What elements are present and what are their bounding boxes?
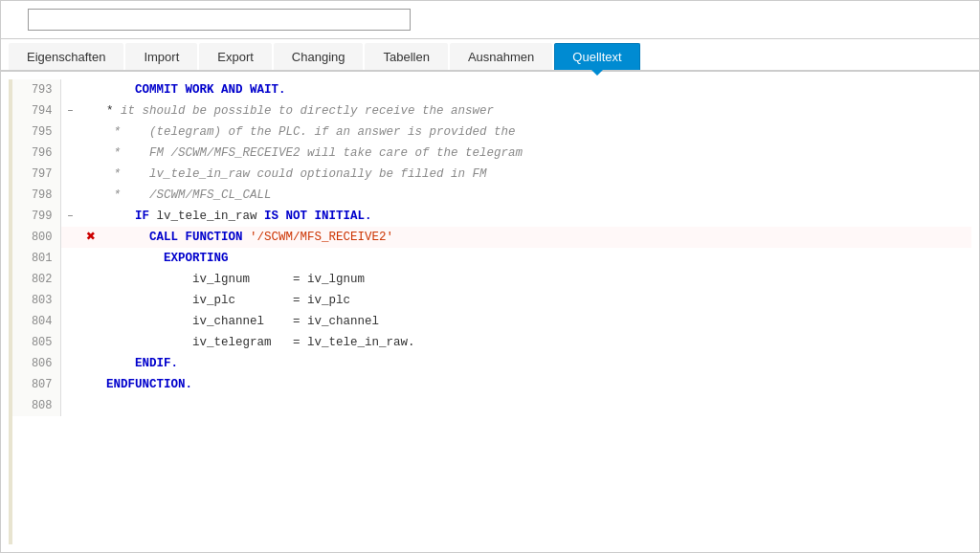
tab-tabellen[interactable]: Tabellen (365, 43, 447, 70)
error-indicator: ✖ (79, 227, 102, 248)
error-indicator (79, 374, 102, 395)
code-line: IF lv_tele_in_raw IS NOT INITIAL. (102, 206, 971, 227)
table-row: 803 iv_plc = iv_plc (12, 290, 971, 311)
table-row: 799− IF lv_tele_in_raw IS NOT INITIAL. (12, 206, 971, 227)
code-text (106, 315, 192, 328)
line-number: 803 (12, 290, 60, 311)
fold-icon (60, 269, 79, 290)
error-indicator (79, 206, 102, 227)
comment: * (telegram) of the PLC. if an answer is… (106, 125, 516, 139)
line-number: 800 (12, 227, 60, 248)
code-line: iv_channel = iv_channel (102, 311, 971, 332)
tab-changing[interactable]: Changing (274, 43, 364, 70)
line-number: 805 (12, 332, 60, 353)
keyword: EXPORTING (164, 252, 229, 265)
code-line: iv_plc = iv_plc (102, 290, 971, 311)
code-text: iv_plc = iv_plc (192, 294, 350, 307)
error-indicator (79, 79, 102, 100)
error-indicator (79, 164, 102, 185)
tab-import[interactable]: Import (125, 43, 197, 70)
code-line: * it should be possible to directly rece… (102, 100, 971, 122)
code-text (106, 294, 192, 307)
keyword: COMMIT WORK AND WAIT. (135, 83, 286, 97)
comment: * FM /SCWM/MFS_RECEIVE2 will take care o… (106, 146, 523, 160)
comment: it should be possible to directly receiv… (121, 104, 494, 118)
error-indicator (79, 248, 102, 269)
fold-icon (60, 185, 79, 206)
comment: * lv_tele_in_raw could optionally be fil… (106, 167, 487, 181)
fold-icon[interactable]: − (60, 100, 79, 122)
code-line: ENDIF. (102, 353, 971, 374)
code-text: iv_channel = iv_channel (192, 315, 379, 328)
table-row: 800✖ CALL FUNCTION '/SCWM/MFS_RECEIVE2' (12, 227, 971, 248)
tabs-bar: EigenschaftenImportExportChangingTabelle… (1, 39, 979, 72)
error-indicator (79, 122, 102, 143)
code-line: CALL FUNCTION '/SCWM/MFS_RECEIVE2' (102, 227, 971, 248)
table-row: 806 ENDIF. (12, 353, 971, 374)
error-indicator (79, 269, 102, 290)
fold-icon (60, 332, 79, 353)
line-number: 793 (12, 79, 60, 100)
code-text (106, 210, 135, 223)
tab-export[interactable]: Export (199, 43, 272, 70)
table-row: 807ENDFUNCTION. (12, 374, 971, 395)
table-row: 805 iv_telegram = lv_tele_in_raw. (12, 332, 971, 353)
line-number: 796 (12, 143, 60, 164)
code-text (106, 357, 135, 370)
fold-icon (60, 395, 79, 416)
table-row: 793 COMMIT WORK AND WAIT. (12, 79, 971, 100)
keyword: CALL FUNCTION (149, 231, 243, 244)
comment: * /SCWM/MFS_CL_CALL (106, 188, 272, 202)
line-number: 799 (12, 206, 60, 227)
error-indicator (79, 332, 102, 353)
fold-icon (60, 311, 79, 332)
fold-icon (60, 353, 79, 374)
code-line: * lv_tele_in_raw could optionally be fil… (102, 164, 971, 185)
code-line: EXPORTING (102, 248, 971, 269)
error-indicator (79, 143, 102, 164)
code-text (106, 83, 135, 97)
table-row: 794−* it should be possible to directly … (12, 100, 971, 122)
line-number: 801 (12, 248, 60, 269)
fold-icon (60, 374, 79, 395)
code-text: iv_lgnum = iv_lgnum (192, 273, 365, 286)
line-number: 806 (12, 353, 60, 374)
code-line: * /SCWM/MFS_CL_CALL (102, 185, 971, 206)
code-area[interactable]: 793 COMMIT WORK AND WAIT.794−* it should… (9, 79, 971, 544)
code-text: iv_telegram = lv_tele_in_raw. (192, 336, 415, 349)
tab-quelltext[interactable]: Quelltext (554, 43, 639, 70)
code-text (106, 231, 149, 244)
fold-icon (60, 248, 79, 269)
header (1, 1, 979, 39)
code-text: * (106, 104, 121, 118)
table-row: 795 * (telegram) of the PLC. if an answe… (12, 122, 971, 143)
code-line: COMMIT WORK AND WAIT. (102, 79, 971, 100)
line-number: 797 (12, 164, 60, 185)
code-line: * (telegram) of the PLC. if an answer is… (102, 122, 971, 143)
function-name-input[interactable] (28, 9, 411, 31)
code-text: lv_tele_in_raw (149, 210, 264, 223)
fold-icon[interactable]: − (60, 206, 79, 227)
string-literal: '/SCWM/MFS_RECEIVE2' (250, 231, 393, 244)
line-number: 804 (12, 311, 60, 332)
error-indicator (79, 185, 102, 206)
code-text (106, 273, 192, 286)
keyword: ENDIF. (135, 357, 178, 370)
line-number: 808 (12, 395, 60, 416)
keyword: IS NOT INITIAL. (264, 210, 372, 223)
code-line: iv_lgnum = iv_lgnum (102, 269, 971, 290)
fold-icon (60, 122, 79, 143)
error-indicator (79, 395, 102, 416)
fold-icon (60, 227, 79, 248)
keyword: IF (135, 210, 149, 223)
line-number: 795 (12, 122, 60, 143)
line-number: 794 (12, 100, 60, 122)
tab-ausnahmen[interactable]: Ausnahmen (450, 43, 552, 70)
code-text (243, 231, 251, 244)
fold-icon (60, 290, 79, 311)
code-text (106, 336, 192, 349)
tab-eigenschaften[interactable]: Eigenschaften (9, 43, 123, 70)
table-row: 798 * /SCWM/MFS_CL_CALL (12, 185, 971, 206)
fold-icon (60, 79, 79, 100)
main-container: EigenschaftenImportExportChangingTabelle… (0, 0, 980, 553)
